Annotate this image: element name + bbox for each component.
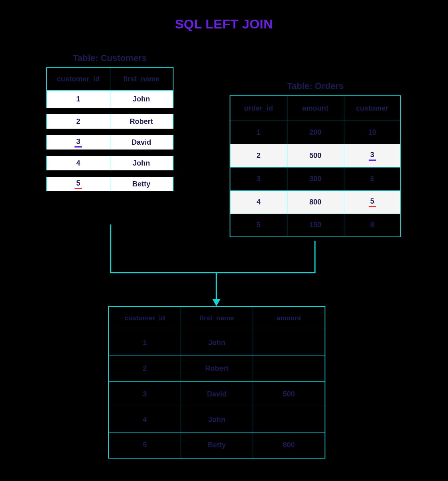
table-row: 5Betty800 [109, 432, 325, 458]
table-row: 120010 [230, 121, 401, 144]
table-row: 1John [46, 90, 173, 111]
cell-name: David [181, 381, 253, 407]
orders-table: order_id amount customer 120010250033300… [230, 95, 401, 237]
cell-id: 4 [46, 153, 110, 174]
cell-amount: 500 [253, 381, 325, 407]
table-row: 33006 [230, 167, 401, 190]
cell-amount [253, 407, 325, 432]
cell-orderid: 3 [230, 167, 287, 190]
cell-orderid: 5 [230, 214, 287, 237]
cell-amount: 500 [287, 144, 344, 167]
cell-name: John [110, 90, 173, 111]
cell-customer: 5 [344, 190, 401, 214]
cell-customer: 6 [344, 167, 401, 190]
cell-amount: 200 [287, 121, 344, 144]
cell-name: John [110, 153, 173, 174]
cell-id: 2 [46, 111, 110, 132]
cell-amount: 150 [287, 214, 344, 237]
cell-amount: 300 [287, 167, 344, 190]
result-table: customer_id first_name amount 1John2Robe… [108, 306, 325, 459]
customers-header-row: customer_id first_name [46, 68, 173, 90]
table-row: 4John [46, 153, 173, 174]
cell-name: Robert [110, 111, 173, 132]
cell-orderid: 2 [230, 144, 287, 167]
cell-amount [253, 330, 325, 356]
cell-customer: 3 [344, 144, 401, 167]
customers-col-id: customer_id [46, 68, 110, 90]
cell-id: 5 [109, 432, 181, 458]
cell-id: 5 [46, 174, 110, 194]
table-row: 3David500 [109, 381, 325, 407]
cell-id: 1 [109, 330, 181, 356]
result-col-name: first_name [181, 307, 253, 330]
customers-table: customer_id first_name 1John2Robert3Davi… [46, 67, 174, 198]
cell-id: 1 [46, 90, 110, 111]
orders-col-orderid: order_id [230, 96, 287, 121]
customers-table-container: Table: Customers customer_id first_name … [46, 53, 174, 198]
table-row: 5Betty [46, 174, 173, 194]
table-row: 1John [109, 330, 325, 356]
table-row: 25003 [230, 144, 401, 167]
cell-name: David [110, 132, 173, 153]
cell-customer: 8 [344, 214, 401, 237]
svg-marker-0 [212, 299, 220, 306]
table-row: 48005 [230, 190, 401, 214]
cell-id: 2 [109, 356, 181, 381]
cell-orderid: 1 [230, 121, 287, 144]
orders-col-amount: amount [287, 96, 344, 121]
result-col-id: customer_id [109, 307, 181, 330]
result-table-container: customer_id first_name amount 1John2Robe… [108, 306, 325, 459]
cell-name: Robert [181, 356, 253, 381]
cell-amount: 800 [253, 432, 325, 458]
table-row: 4John [109, 407, 325, 432]
orders-col-customer: customer [344, 96, 401, 121]
orders-table-container: Table: Orders order_id amount customer 1… [230, 81, 401, 237]
result-header-row: customer_id first_name amount [109, 307, 325, 330]
table-row: 2Robert [46, 111, 173, 132]
orders-table-label: Table: Orders [230, 81, 401, 91]
cell-name: Betty [110, 174, 173, 194]
result-col-amount: amount [253, 307, 325, 330]
cell-amount [253, 356, 325, 381]
cell-orderid: 4 [230, 190, 287, 214]
cell-id: 4 [109, 407, 181, 432]
cell-name: Betty [181, 432, 253, 458]
table-row: 2Robert [109, 356, 325, 381]
customers-table-label: Table: Customers [46, 53, 174, 63]
customers-col-name: first_name [110, 68, 173, 90]
cell-amount: 800 [287, 190, 344, 214]
orders-header-row: order_id amount customer [230, 96, 401, 121]
table-row: 51508 [230, 214, 401, 237]
cell-name: John [181, 330, 253, 356]
cell-name: John [181, 407, 253, 432]
cell-id: 3 [46, 132, 110, 153]
cell-id: 3 [109, 381, 181, 407]
table-row: 3David [46, 132, 173, 153]
diagram-title: SQL LEFT JOIN [0, 17, 448, 32]
cell-customer: 10 [344, 121, 401, 144]
